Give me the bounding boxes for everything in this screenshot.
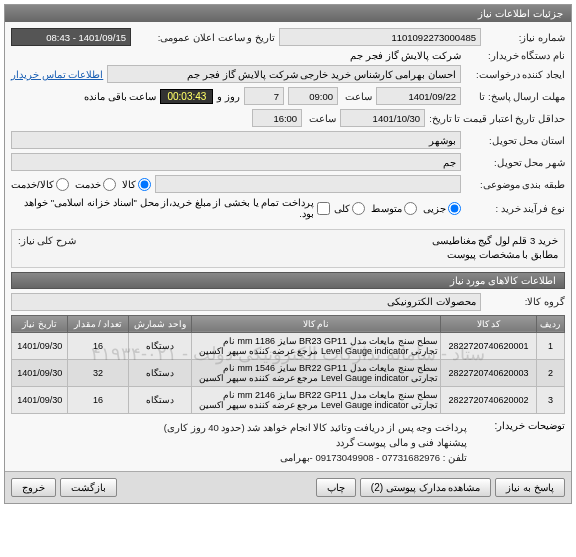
label-remain: ساعت باقی مانده: [84, 91, 156, 102]
field-category: [155, 175, 461, 193]
desc-title: شرح کلی نیاز:: [18, 234, 76, 263]
table-row[interactable]: 22822720740620003سطح سنج مایعات مدل BR22…: [12, 359, 565, 386]
radio-kala[interactable]: کالا: [122, 178, 151, 191]
btn-exit[interactable]: خروج: [11, 478, 56, 497]
label-daysep: روز و: [217, 91, 240, 102]
label-goods-group: گروه کالا:: [485, 296, 565, 307]
grid-wrap: ستاد - سامانه تدارکات الکترونیکی دولت - …: [5, 315, 571, 414]
notes-title: توضیحات خریدار:: [475, 420, 565, 466]
link-contact[interactable]: اطلاعات تماس خریدار: [11, 69, 103, 80]
col-n: ردیف: [536, 315, 564, 332]
main-panel: جزئیات اطلاعات نیاز شماره نیاز: 11010922…: [4, 4, 572, 504]
checkbox-paynote[interactable]: پرداخت تمام یا بخشی از مبلغ خرید،از محل …: [11, 197, 330, 219]
footer-buttons: پاسخ به نیاز مشاهده مدارک پیوستی (2) چاپ…: [5, 471, 571, 503]
label-validity: حداقل تاریخ اعتبار قیمت تا تاریخ:: [429, 113, 565, 124]
label-pubdate: تاریخ و ساعت اعلان عمومی:: [135, 32, 275, 43]
col-name: نام کالا: [192, 315, 441, 332]
field-goods-group: محصولات الکترونیکی: [11, 293, 481, 311]
btn-print[interactable]: چاپ: [316, 478, 356, 497]
buyer-notes: توضیحات خریدار: پرداخت وجه پس از دریافت …: [11, 420, 565, 466]
form-area: شماره نیاز: 1101092273000485 تاریخ و ساع…: [5, 22, 571, 225]
col-date: تاریخ نیاز: [12, 315, 68, 332]
label-deadline: مهلت ارسال پاسخ: تا: [465, 91, 565, 102]
field-days: 7: [244, 87, 284, 105]
label-time1: ساعت: [342, 91, 372, 102]
field-pubdate: 1401/09/15 - 08:43: [11, 28, 131, 46]
table-row[interactable]: 12822720740620001سطح سنج مایعات مدل BR23…: [12, 332, 565, 359]
label-buyer: نام دستگاه خریدار:: [465, 50, 565, 61]
field-validity-date: 1401/10/30: [340, 109, 425, 127]
label-creator: ایجاد کننده درخواست:: [465, 69, 565, 80]
desc-line-1: خرید 3 قلم لول گیج مغناطیسی: [86, 234, 558, 248]
field-deadline-time: 09:00: [288, 87, 338, 105]
col-unit: واحد شمارش: [128, 315, 192, 332]
description-box: خرید 3 قلم لول گیج مغناطیسی مطابق با مشخ…: [11, 229, 565, 268]
field-province: بوشهر: [11, 131, 461, 149]
table-row[interactable]: 32822720740620002سطح سنج مایعات مدل BR22…: [12, 386, 565, 413]
field-city: جم: [11, 153, 461, 171]
label-category: طبقه بندی موضوعی:: [465, 179, 565, 190]
label-buytype: نوع فرآیند خرید :: [465, 203, 565, 214]
notes-content: پرداخت وجه پس از دریافت وتائید کالا انجا…: [164, 420, 467, 466]
label-reqno: شماره نیاز:: [485, 32, 565, 43]
field-deadline-date: 1401/09/22: [376, 87, 461, 105]
timer: 00:03:43: [160, 89, 213, 104]
btn-back[interactable]: بازگشت: [60, 478, 117, 497]
radio-group-ksr: کالا خدمت کالا/خدمت: [11, 178, 151, 191]
value-buyer: شرکت پالایش گاز فجر جم: [350, 50, 461, 61]
btn-docs[interactable]: مشاهده مدارک پیوستی (2): [360, 478, 492, 497]
panel-title: جزئیات اطلاعات نیاز: [5, 5, 571, 22]
label-city: شهر محل تحویل:: [465, 157, 565, 168]
radio-jozi[interactable]: جزیی: [423, 202, 461, 215]
field-reqno: 1101092273000485: [279, 28, 481, 46]
label-time2: ساعت: [306, 113, 336, 124]
items-table: ردیف کد کالا نام کالا واحد شمارش تعداد /…: [11, 315, 565, 414]
section-header-items: اطلاعات کالاهای مورد نیاز: [11, 272, 565, 289]
radio-motavaset[interactable]: متوسط: [371, 202, 417, 215]
radio-koli[interactable]: کلی: [334, 202, 365, 215]
desc-line-2: مطابق با مشخصات پیوست: [86, 248, 558, 262]
field-creator: احسان بهرامی کارشناس خرید خارجی شرکت پال…: [107, 65, 461, 83]
label-province: استان محل تحویل:: [465, 135, 565, 146]
radio-kalakhedmat[interactable]: کالا/خدمت: [11, 178, 69, 191]
radio-khedmat[interactable]: خدمت: [75, 178, 116, 191]
field-validity-time: 16:00: [252, 109, 302, 127]
col-qty: تعداد / مقدار: [68, 315, 128, 332]
col-code: کد کالا: [441, 315, 537, 332]
radio-group-buytype: جزیی متوسط کلی: [334, 202, 461, 215]
btn-reply[interactable]: پاسخ به نیاز: [495, 478, 565, 497]
